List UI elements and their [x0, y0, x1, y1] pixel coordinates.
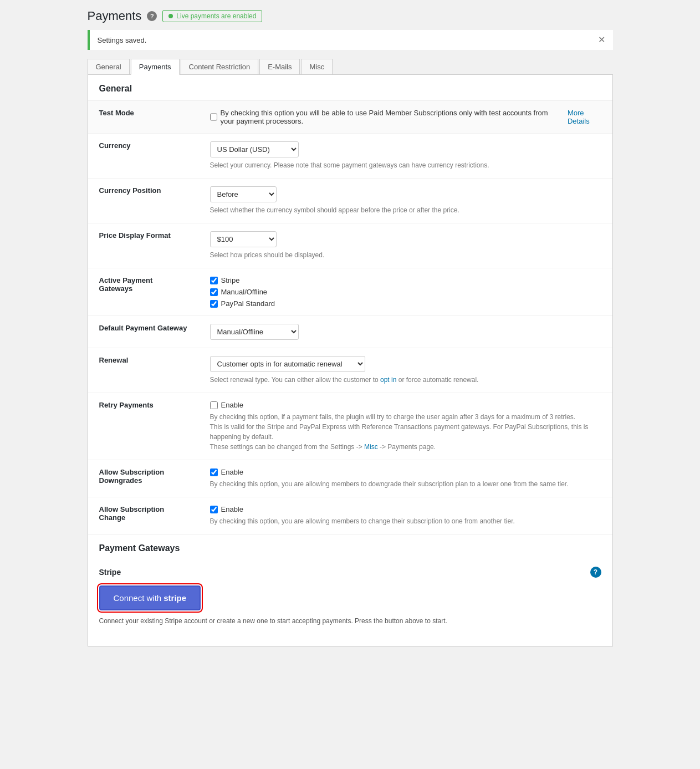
retry-payments-checkbox-label: Enable: [221, 401, 243, 409]
subscription-downgrades-checkbox[interactable]: [210, 468, 218, 476]
retry-payments-label: Retry Payments: [88, 393, 199, 460]
subscription-change-value: Enable By checking this option, you are …: [199, 497, 612, 534]
page-header: Payments ? Live payments are enabled: [88, 9, 613, 23]
subscription-change-row: Allow Subscription Change Enable By chec…: [88, 497, 612, 534]
stripe-label: Stripe: [99, 568, 121, 577]
subscription-downgrades-label: Allow Subscription Downgrades: [88, 460, 199, 497]
currency-position-row: Currency Position Before After Select wh…: [88, 179, 612, 223]
tab-payments[interactable]: Payments: [131, 59, 180, 75]
subscription-downgrades-row: Allow Subscription Downgrades Enable By …: [88, 460, 612, 497]
renewal-label: Renewal: [88, 348, 199, 393]
renewal-opt-in-link[interactable]: opt in: [380, 376, 396, 384]
active-payment-gateways-checkboxes: Stripe Manual/Offline PayPal Standard: [210, 276, 601, 308]
stripe-help-icon[interactable]: ?: [590, 567, 601, 578]
manual-gateway-row: Manual/Offline: [210, 288, 601, 296]
payment-gateways-section: Payment Gateways: [88, 534, 612, 567]
currency-select[interactable]: US Dollar (USD) Euro (EUR) British Pound…: [210, 141, 299, 157]
subscription-downgrades-checkbox-label: Enable: [221, 468, 243, 476]
tab-general[interactable]: General: [88, 59, 130, 74]
currency-label: Currency: [88, 134, 199, 179]
live-dot-icon: [168, 14, 173, 18]
connect-stripe-btn-wrapper: Connect with stripe: [99, 585, 601, 616]
renewal-select[interactable]: Customer opts in for automatic renewal F…: [210, 356, 365, 372]
payment-gateways-title: Payment Gateways: [99, 543, 601, 553]
test-mode-label: Test Mode: [88, 101, 199, 134]
active-payment-gateways-row: Active Payment Gateways Stripe Manual/Of…: [88, 268, 612, 316]
price-display-format-description: Select how prices should be displayed.: [210, 250, 601, 260]
tab-content-restriction[interactable]: Content Restriction: [181, 59, 259, 74]
notice-text: Settings saved.: [98, 36, 147, 44]
stripe-gateway-row: Stripe: [210, 276, 601, 284]
connect-stripe-btn-text-bold: stripe: [163, 593, 186, 603]
connect-stripe-button[interactable]: Connect with stripe: [99, 585, 201, 610]
price-display-format-value: $100 $ 100 100$ Select how prices should…: [199, 223, 612, 268]
subscription-downgrades-description: By checking this option, you are allowin…: [210, 479, 601, 489]
retry-payments-checkbox[interactable]: [210, 401, 218, 409]
currency-position-description: Select whether the currency symbol shoul…: [210, 205, 601, 215]
notice-bar: Settings saved. ✕: [88, 30, 613, 50]
subscription-change-description: By checking this option, you are allowin…: [210, 516, 601, 526]
price-display-format-label: Price Display Format: [88, 223, 199, 268]
paypal-gateway-label: PayPal Standard: [221, 299, 275, 308]
currency-description: Select your currency. Please note that s…: [210, 160, 601, 170]
tab-misc[interactable]: Misc: [301, 59, 333, 74]
price-display-format-row: Price Display Format $100 $ 100 100$ Sel…: [88, 223, 612, 268]
stripe-section: Stripe ? Connect with stripe Connect you…: [88, 567, 612, 635]
active-payment-gateways-value: Stripe Manual/Offline PayPal Standard: [199, 268, 612, 316]
currency-position-label: Currency Position: [88, 179, 199, 223]
stripe-gateway-checkbox[interactable]: [210, 277, 218, 284]
paypal-gateway-checkbox[interactable]: [210, 300, 218, 308]
stripe-header: Stripe ?: [99, 567, 601, 578]
paypal-gateway-row: PayPal Standard: [210, 299, 601, 308]
test-mode-checkbox-row: By checking this option you will be able…: [210, 109, 601, 125]
close-icon[interactable]: ✕: [598, 35, 605, 44]
retry-payments-checkbox-row: Enable: [210, 401, 601, 409]
currency-position-select[interactable]: Before After: [210, 186, 277, 202]
renewal-row: Renewal Customer opts in for automatic r…: [88, 348, 612, 393]
test-mode-checkbox-label: By checking this option you will be able…: [221, 109, 563, 125]
default-payment-gateway-row: Default Payment Gateway Manual/Offline S…: [88, 316, 612, 348]
stripe-description: Connect your existing Stripe account or …: [99, 616, 601, 626]
retry-payments-value: Enable By checking this option, if a pay…: [199, 393, 612, 460]
subscription-downgrades-value: Enable By checking this option, you are …: [199, 460, 612, 497]
subscription-change-checkbox-row: Enable: [210, 505, 601, 513]
manual-gateway-checkbox[interactable]: [210, 288, 218, 296]
renewal-description: Select renewal type. You can either allo…: [210, 375, 601, 385]
manual-gateway-label: Manual/Offline: [221, 288, 268, 296]
test-mode-value: By checking this option you will be able…: [199, 101, 612, 134]
default-payment-gateway-label: Default Payment Gateway: [88, 316, 199, 348]
test-mode-more-details-link[interactable]: More Details: [568, 109, 601, 125]
subscription-change-label: Allow Subscription Change: [88, 497, 199, 534]
retry-payments-row: Retry Payments Enable By checking this o…: [88, 393, 612, 460]
price-display-format-select[interactable]: $100 $ 100 100$: [210, 231, 277, 247]
subscription-change-checkbox[interactable]: [210, 506, 218, 513]
tabs: General Payments Content Restriction E-M…: [88, 59, 613, 75]
content-area: General Test Mode By checking this optio…: [88, 75, 613, 646]
connect-stripe-btn-text-normal: Connect with: [114, 593, 162, 603]
live-badge-text: Live payments are enabled: [176, 12, 256, 20]
retry-payments-description: By checking this option, if a payment fa…: [210, 412, 601, 452]
help-icon[interactable]: ?: [147, 11, 157, 21]
currency-value: US Dollar (USD) Euro (EUR) British Pound…: [199, 134, 612, 179]
default-payment-gateway-select[interactable]: Manual/Offline Stripe PayPal Standard: [210, 324, 299, 340]
settings-table: Test Mode By checking this option you wi…: [88, 101, 612, 534]
test-mode-checkbox[interactable]: [210, 113, 217, 121]
renewal-value: Customer opts in for automatic renewal F…: [199, 348, 612, 393]
stripe-gateway-label: Stripe: [221, 276, 240, 284]
currency-row: Currency US Dollar (USD) Euro (EUR) Brit…: [88, 134, 612, 179]
active-payment-gateways-label: Active Payment Gateways: [88, 268, 199, 316]
tab-emails[interactable]: E-Mails: [259, 59, 300, 74]
currency-position-value: Before After Select whether the currency…: [199, 179, 612, 223]
retry-payments-misc-link[interactable]: Misc: [364, 443, 378, 451]
general-section-title: General: [88, 75, 612, 101]
test-mode-row: Test Mode By checking this option you wi…: [88, 101, 612, 134]
live-badge: Live payments are enabled: [162, 10, 262, 22]
subscription-change-checkbox-label: Enable: [221, 505, 243, 513]
subscription-downgrades-checkbox-row: Enable: [210, 468, 601, 476]
default-payment-gateway-value: Manual/Offline Stripe PayPal Standard: [199, 316, 612, 348]
page-title: Payments: [88, 9, 142, 23]
